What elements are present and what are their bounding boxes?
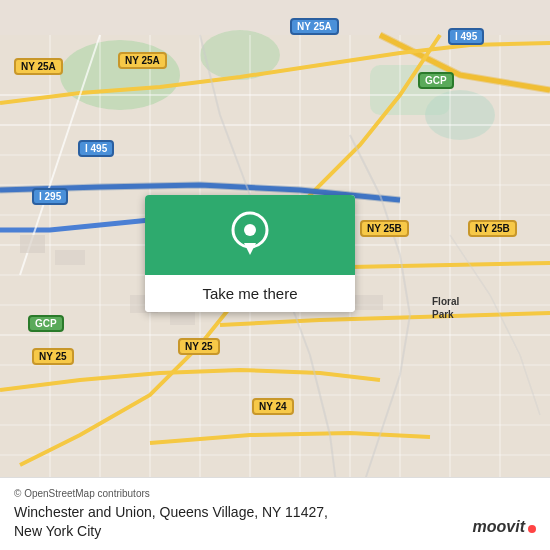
highway-i495-top: I 495 bbox=[448, 28, 484, 45]
moovit-logo: moovit bbox=[473, 518, 536, 536]
highway-ny25a-mid: NY 25A bbox=[118, 52, 167, 69]
location-name: Winchester and Union, Queens Village, NY… bbox=[14, 503, 536, 542]
highway-ny25b-1: NY 25B bbox=[360, 220, 409, 237]
svg-rect-31 bbox=[170, 310, 195, 325]
highway-ny25a-left: NY 25A bbox=[14, 58, 63, 75]
highway-ny25b-2: NY 25B bbox=[468, 220, 517, 237]
highway-gcp-top: GCP bbox=[418, 72, 454, 89]
svg-rect-33 bbox=[355, 295, 383, 310]
highway-ny25-1: NY 25 bbox=[178, 338, 220, 355]
highway-ny25-2: NY 25 bbox=[32, 348, 74, 365]
cta-label: Take me there bbox=[145, 275, 355, 312]
map-attribution: © OpenStreetMap contributors bbox=[14, 488, 536, 499]
moovit-dot-icon bbox=[528, 525, 536, 533]
svg-marker-36 bbox=[244, 243, 256, 255]
highway-i295: I 295 bbox=[32, 188, 68, 205]
moovit-text: moovit bbox=[473, 518, 525, 536]
floral-park-label: FloralPark bbox=[432, 295, 459, 321]
svg-point-4 bbox=[425, 90, 495, 140]
svg-point-35 bbox=[244, 224, 256, 236]
highway-gcp-left: GCP bbox=[28, 315, 64, 332]
bottom-bar: © OpenStreetMap contributors Winchester … bbox=[0, 477, 550, 550]
map-container: NY 25A NY 25A NY 25A I 495 I 495 I 295 G… bbox=[0, 0, 550, 550]
take-me-there-button[interactable]: Take me there bbox=[145, 195, 355, 312]
highway-ny25a-top: NY 25A bbox=[290, 18, 339, 35]
location-pin-icon bbox=[231, 211, 269, 259]
svg-rect-29 bbox=[55, 250, 85, 265]
svg-rect-28 bbox=[20, 235, 45, 253]
highway-i495-mid: I 495 bbox=[78, 140, 114, 157]
highway-ny24: NY 24 bbox=[252, 398, 294, 415]
